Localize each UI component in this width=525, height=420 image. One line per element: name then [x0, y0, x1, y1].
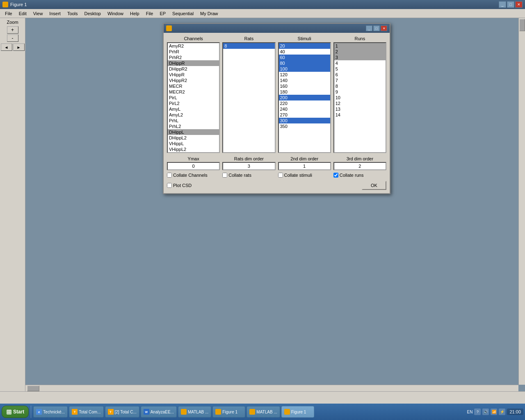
- tray-icon-network: 📶: [491, 409, 497, 415]
- minimize-button[interactable]: _: [499, 1, 506, 8]
- list-item[interactable]: 14: [334, 112, 386, 118]
- menu-window[interactable]: Window: [104, 10, 127, 17]
- ok-button[interactable]: OK: [362, 181, 386, 190]
- list-item[interactable]: 1: [334, 43, 386, 49]
- list-item[interactable]: PrhR2: [168, 55, 219, 60]
- list-item[interactable]: DHippL: [168, 129, 219, 135]
- taskbar-item-analyza[interactable]: W AnalyzaEE...: [141, 406, 177, 418]
- list-item[interactable]: 7: [334, 78, 386, 83]
- h-scrollbar[interactable]: [25, 385, 518, 391]
- close-button[interactable]: ✕: [515, 1, 523, 8]
- taskbar-item-totalc2[interactable]: T [2] Total C...: [105, 406, 139, 418]
- list-item[interactable]: PirL2: [168, 100, 219, 106]
- taskbar-item-matlab2[interactable]: MATLAB ...: [247, 406, 280, 418]
- list-item[interactable]: 6: [334, 72, 386, 78]
- menu-sequential[interactable]: Sequential: [169, 10, 197, 17]
- collate-channels-checkbox[interactable]: [167, 173, 172, 178]
- taskbar-item-figure1b[interactable]: Figure 1: [281, 406, 314, 418]
- list-item[interactable]: 120: [279, 72, 330, 78]
- dialog-maximize[interactable]: □: [373, 25, 380, 31]
- list-item[interactable]: 20: [279, 43, 330, 49]
- list-item[interactable]: 180: [279, 89, 330, 95]
- taskbar-item-totalcom[interactable]: T Total Com...: [69, 406, 103, 418]
- list-item[interactable]: AmyR2: [168, 43, 219, 49]
- list-item[interactable]: AmyL2: [168, 112, 219, 118]
- menu-help[interactable]: Help: [127, 10, 143, 17]
- list-item[interactable]: 160: [279, 83, 330, 89]
- rats-listbox[interactable]: 8: [222, 42, 275, 153]
- ymax-input[interactable]: [167, 162, 220, 170]
- zoom-right-button[interactable]: ►: [13, 43, 25, 51]
- channels-listbox[interactable]: AmyR2 PrhR PrhR2 DHippR DHippR2 VHippR V…: [167, 42, 220, 153]
- menu-mydraw[interactable]: My Draw: [197, 10, 221, 17]
- menu-edit[interactable]: Edit: [16, 10, 30, 17]
- list-item[interactable]: PrhR: [168, 49, 219, 55]
- list-item[interactable]: 220: [279, 100, 330, 106]
- list-item[interactable]: PrhL: [168, 118, 219, 123]
- collate-rats-checkbox[interactable]: [222, 173, 227, 178]
- list-item[interactable]: 100: [279, 66, 330, 72]
- list-item[interactable]: 13: [334, 106, 386, 112]
- list-item[interactable]: 40: [279, 49, 330, 55]
- list-item[interactable]: PirL: [168, 95, 219, 100]
- list-item[interactable]: 200: [279, 95, 330, 100]
- h-scroll-thumb[interactable]: [27, 386, 39, 391]
- taskbar-item-technické[interactable]: e Technické...: [33, 406, 68, 418]
- dim2-input[interactable]: [278, 162, 331, 170]
- list-item[interactable]: 3: [334, 55, 386, 60]
- zoom-plus-button[interactable]: +: [7, 26, 18, 34]
- list-item[interactable]: 9: [334, 89, 386, 95]
- menu-file2[interactable]: File: [143, 10, 157, 17]
- menu-desktop[interactable]: Desktop: [81, 10, 104, 17]
- menu-ep[interactable]: EP: [156, 10, 169, 17]
- menu-insert[interactable]: Insert: [46, 10, 64, 17]
- list-item[interactable]: VHippL: [168, 141, 219, 146]
- taskbar-item-matlab1[interactable]: MATLAB ...: [178, 406, 211, 418]
- list-item[interactable]: 5: [334, 66, 386, 72]
- v-scrollbar[interactable]: [518, 18, 525, 385]
- collate-stimuli-checkbox[interactable]: [278, 173, 283, 178]
- dim3-input[interactable]: [333, 162, 386, 170]
- dialog-close[interactable]: ✕: [381, 25, 387, 31]
- runs-listbox[interactable]: 1 2 3 4 5 6 7 8 9 10 12: [333, 42, 386, 153]
- list-item[interactable]: 80: [279, 60, 330, 66]
- dialog-minimize[interactable]: _: [366, 25, 372, 31]
- list-item[interactable]: VHippL2: [168, 146, 219, 152]
- zoom-minus-button[interactable]: -: [7, 34, 18, 42]
- list-item[interactable]: 240: [279, 106, 330, 112]
- list-item[interactable]: 140: [279, 78, 330, 83]
- list-item[interactable]: 10: [334, 95, 386, 100]
- menu-tools[interactable]: Tools: [64, 10, 81, 17]
- plot-csd-checkbox[interactable]: [167, 183, 172, 188]
- list-item[interactable]: DHippL2: [168, 135, 219, 141]
- list-item[interactable]: 60: [279, 55, 330, 60]
- list-item[interactable]: 12: [334, 100, 386, 106]
- list-item[interactable]: PrhL2: [168, 123, 219, 129]
- list-item[interactable]: 2: [334, 49, 386, 55]
- list-item[interactable]: DHippR: [168, 60, 219, 66]
- zoom-left-button[interactable]: ◄: [1, 43, 12, 51]
- list-item[interactable]: VHippR2: [168, 78, 219, 83]
- rats-dim-input[interactable]: [222, 162, 275, 170]
- list-item[interactable]: 8: [223, 43, 274, 49]
- list-item[interactable]: 8: [334, 83, 386, 89]
- menu-file1[interactable]: File: [2, 10, 16, 17]
- list-item[interactable]: AmyL: [168, 106, 219, 112]
- start-button[interactable]: ⊞ Start: [2, 406, 29, 418]
- menu-view[interactable]: View: [30, 10, 46, 17]
- v-scroll-thumb[interactable]: [519, 19, 525, 31]
- list-item[interactable]: MECR2: [168, 89, 219, 95]
- list-item[interactable]: 350: [279, 123, 330, 129]
- stimuli-listbox[interactable]: 20 40 60 80 100 120 140 160 180 200 220: [278, 42, 331, 153]
- list-item[interactable]: 270: [279, 112, 330, 118]
- taskbar-item-figure1a[interactable]: Figure 1: [212, 406, 245, 418]
- list-item[interactable]: 4: [334, 60, 386, 66]
- list-item[interactable]: VHippR: [168, 72, 219, 78]
- list-item[interactable]: 300: [279, 118, 330, 123]
- lists-row: Channels AmyR2 PrhR PrhR2 DHippR DHippR2…: [167, 36, 386, 153]
- list-item[interactable]: MECL: [168, 152, 219, 153]
- maximize-button[interactable]: □: [507, 1, 514, 8]
- list-item[interactable]: MECR: [168, 83, 219, 89]
- collate-runs-checkbox[interactable]: [333, 173, 338, 178]
- list-item[interactable]: DHippR2: [168, 66, 219, 72]
